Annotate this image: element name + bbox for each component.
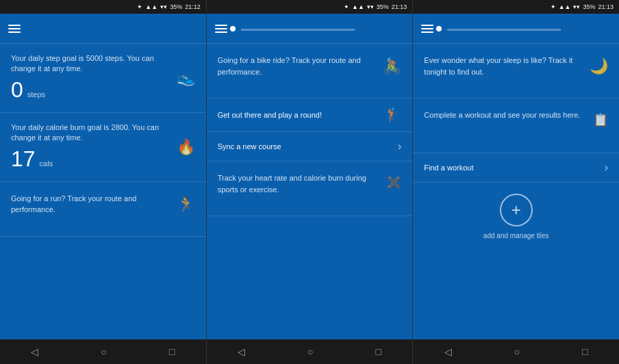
- heartrate-description: Track your heart rate and calorie burn d…: [218, 172, 387, 195]
- back-button-3[interactable]: ◁: [436, 343, 460, 360]
- app-header-1: [0, 14, 206, 44]
- menu-button-3[interactable]: [421, 25, 433, 33]
- time-display-1: 21:12: [185, 3, 201, 10]
- run-description: Going for a run? Track your route and pe…: [11, 193, 177, 216]
- heartrate-card[interactable]: Track your heart rate and calorie burn d…: [207, 161, 413, 216]
- signal-icon: ▲▲: [145, 3, 157, 10]
- workout-results-icon: 📋: [593, 112, 608, 127]
- home-button-1[interactable]: ○: [92, 343, 114, 360]
- calories-icon: 🔥: [177, 138, 195, 156]
- add-tiles-label: add and manage tiles: [483, 232, 549, 239]
- add-tiles-button[interactable]: +: [500, 194, 533, 226]
- sleep-card[interactable]: Ever wonder what your sleep is like? Tra…: [413, 44, 619, 99]
- golf-row[interactable]: Get out there and play a round! 🏌️: [207, 99, 413, 132]
- header-line-3: [447, 29, 561, 31]
- time-display-2: 21:13: [392, 3, 407, 10]
- time-display-3: 21:13: [598, 3, 614, 10]
- bike-description: Going for a bike ride? Track your route …: [218, 55, 383, 77]
- header-dot-3: [436, 26, 442, 31]
- menu-button-1[interactable]: [8, 25, 21, 33]
- steps-value: 0: [11, 77, 23, 103]
- steps-unit: steps: [27, 90, 45, 99]
- bottom-nav-3: ◁ ○ □: [413, 339, 619, 364]
- content-1: Your daily step goal is 5000 steps. You …: [0, 44, 206, 339]
- calories-description: Your daily calorie burn goal is 2800. Yo…: [11, 122, 171, 144]
- content-2: Going for a bike ride? Track your route …: [207, 44, 413, 339]
- workout-results-card[interactable]: Complete a workout and see your results …: [413, 99, 619, 153]
- bluetooth-icon: ✦: [137, 3, 142, 10]
- calories-unit: cals: [40, 159, 53, 168]
- sleep-icon: 🌙: [590, 57, 608, 75]
- battery-icon: 35%: [170, 3, 182, 10]
- recent-button-1[interactable]: □: [161, 343, 183, 360]
- back-button-1[interactable]: ◁: [23, 343, 47, 360]
- run-card[interactable]: Going for a run? Track your route and pe…: [0, 182, 206, 237]
- add-tiles-container[interactable]: + add and manage tiles: [413, 183, 619, 250]
- battery-icon-2: 35%: [377, 3, 389, 10]
- heartrate-icon: ✖️: [386, 175, 401, 190]
- signal-icon-2: ▲▲: [352, 3, 364, 10]
- panel-1: ✦ ▲▲ ▾▾ 35% 21:12 Your daily step goal i…: [0, 0, 207, 364]
- calories-card[interactable]: Your daily calorie burn goal is 2800. Yo…: [0, 113, 206, 182]
- sync-course-text: Sync a new course: [218, 142, 281, 151]
- header-dot-2: [230, 26, 236, 31]
- run-icon: 🏃: [177, 196, 195, 213]
- signal-icon-3: ▲▲: [559, 3, 571, 10]
- workout-results-description: Complete a workout and see your results …: [424, 109, 593, 121]
- battery-icon-3: 35%: [583, 3, 595, 10]
- back-button-2[interactable]: ◁: [229, 343, 253, 360]
- steps-icon: 👟: [177, 69, 195, 87]
- sync-course-row[interactable]: Sync a new course ›: [207, 132, 413, 161]
- bluetooth-icon-3: ✦: [551, 3, 556, 10]
- steps-card[interactable]: Your daily step goal is 5000 steps. You …: [0, 44, 206, 113]
- header-line-2: [241, 29, 355, 31]
- sync-course-chevron: ›: [398, 140, 401, 153]
- home-button-2[interactable]: ○: [299, 343, 321, 360]
- find-workout-text: Find a workout: [424, 164, 473, 172]
- golf-icon: 🏌️: [384, 107, 401, 123]
- find-workout-chevron: ›: [605, 161, 608, 174]
- wifi-icon: ▾▾: [160, 3, 167, 10]
- status-bar-2: ✦ ▲▲ ▾▾ 35% 21:13: [207, 0, 413, 14]
- status-bar-3: ✦ ▲▲ ▾▾ 35% 21:13: [413, 0, 619, 14]
- app-header-2: [207, 14, 413, 44]
- app-header-3: [413, 14, 619, 44]
- bottom-nav-1: ◁ ○ □: [0, 339, 206, 364]
- panel-2: ✦ ▲▲ ▾▾ 35% 21:13 Going for a bike ride?…: [207, 0, 414, 364]
- recent-button-2[interactable]: □: [367, 343, 389, 360]
- wifi-icon-2: ▾▾: [367, 3, 374, 10]
- bottom-nav-2: ◁ ○ □: [207, 339, 413, 364]
- status-bar-1: ✦ ▲▲ ▾▾ 35% 21:12: [0, 0, 206, 14]
- steps-description: Your daily step goal is 5000 steps. You …: [11, 53, 171, 75]
- bike-card[interactable]: Going for a bike ride? Track your route …: [207, 44, 413, 99]
- recent-button-3[interactable]: □: [574, 343, 596, 360]
- sleep-description: Ever wonder what your sleep is like? Tra…: [424, 55, 590, 77]
- panel-3: ✦ ▲▲ ▾▾ 35% 21:13 Ever wonder what your …: [413, 0, 619, 364]
- menu-button-2[interactable]: [215, 25, 227, 33]
- bluetooth-icon-2: ✦: [344, 3, 349, 10]
- find-workout-row[interactable]: Find a workout ›: [413, 153, 619, 183]
- golf-text: Get out there and play a round!: [218, 111, 322, 119]
- content-3: Ever wonder what your sleep is like? Tra…: [413, 44, 619, 339]
- wifi-icon-3: ▾▾: [573, 3, 580, 10]
- home-button-3[interactable]: ○: [506, 343, 528, 360]
- calories-value: 17: [11, 146, 36, 172]
- bike-icon: 🚴: [383, 57, 401, 75]
